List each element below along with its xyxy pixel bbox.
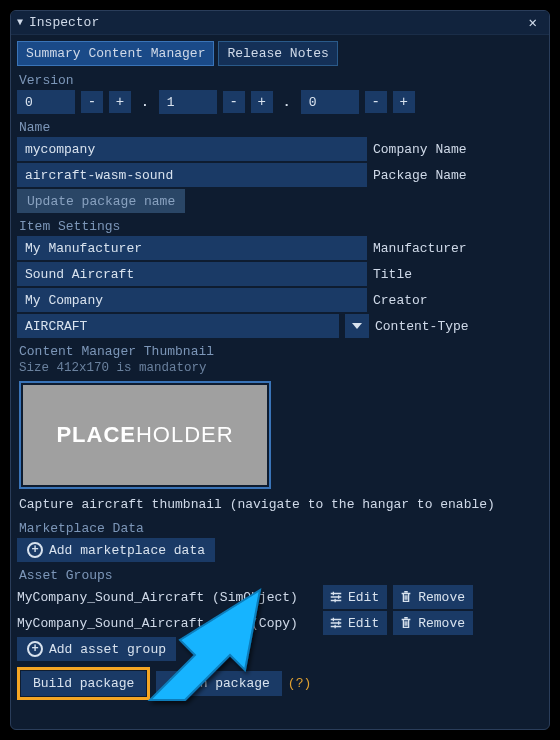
asset-edit-button[interactable]: Edit: [323, 585, 387, 609]
help-link[interactable]: (?): [288, 676, 311, 691]
version-major-plus-button[interactable]: +: [109, 91, 131, 113]
version-separator: .: [279, 95, 295, 110]
sliders-icon: [329, 590, 343, 604]
asset-row: MyCompany_Sound_Aircraft (SimObject) Edi…: [17, 585, 543, 609]
update-package-name-button[interactable]: Update package name: [17, 189, 185, 213]
plus-icon: +: [27, 542, 43, 558]
add-asset-group-button[interactable]: + Add asset group: [17, 637, 176, 661]
manufacturer-input[interactable]: [17, 236, 367, 260]
asset-name: MyCompany_Sound_Aircraft_Data (Copy): [17, 616, 317, 631]
company-name-input[interactable]: [17, 137, 367, 161]
creator-label: Creator: [373, 293, 428, 308]
package-name-input[interactable]: [17, 163, 367, 187]
placeholder-text-thin: HOLDER: [136, 422, 234, 448]
asset-remove-button[interactable]: Remove: [393, 611, 473, 635]
version-major-input[interactable]: [17, 90, 75, 114]
close-icon[interactable]: ✕: [525, 14, 541, 31]
thumbnail-caption: Capture aircraft thumbnail (navigate to …: [17, 495, 543, 518]
add-marketplace-label: Add marketplace data: [49, 543, 205, 558]
title-input[interactable]: [17, 262, 367, 286]
version-separator: .: [137, 95, 153, 110]
sliders-icon: [329, 616, 343, 630]
version-label: Version: [17, 70, 543, 90]
window-title: Inspector: [29, 15, 99, 30]
company-name-label: Company Name: [373, 142, 467, 157]
build-package-highlight: Build package: [17, 667, 150, 700]
asset-edit-button[interactable]: Edit: [323, 611, 387, 635]
content-type-label: Content-Type: [375, 319, 469, 334]
content-type-dropdown-button[interactable]: [345, 314, 369, 338]
item-settings-label: Item Settings: [17, 216, 543, 236]
version-major-minus-button[interactable]: -: [81, 91, 103, 113]
version-minor-plus-button[interactable]: +: [251, 91, 273, 113]
asset-remove-button[interactable]: Remove: [393, 585, 473, 609]
version-minor-input[interactable]: [159, 90, 217, 114]
version-patch-input[interactable]: [301, 90, 359, 114]
creator-input[interactable]: [17, 288, 367, 312]
thumbnail-label: Content Manager Thumbnail: [17, 341, 543, 361]
collapse-icon[interactable]: ▼: [17, 17, 23, 28]
thumbnail-placeholder: PLACEHOLDER: [23, 385, 267, 485]
manufacturer-label: Manufacturer: [373, 241, 467, 256]
thumbnail-frame[interactable]: PLACEHOLDER: [19, 381, 271, 489]
titlebar[interactable]: ▼ Inspector ✕: [11, 11, 549, 35]
add-marketplace-data-button[interactable]: + Add marketplace data: [17, 538, 215, 562]
build-package-button[interactable]: Build package: [21, 671, 146, 696]
inspector-panel: ▼ Inspector ✕ Summary Content Manager Re…: [10, 10, 550, 730]
marketplace-label: Marketplace Data: [17, 518, 543, 538]
package-name-label: Package Name: [373, 168, 467, 183]
add-asset-group-label: Add asset group: [49, 642, 166, 657]
name-label: Name: [17, 117, 543, 137]
asset-name: MyCompany_Sound_Aircraft (SimObject): [17, 590, 317, 605]
version-patch-minus-button[interactable]: -: [365, 91, 387, 113]
trash-icon: [399, 616, 413, 630]
trash-icon: [399, 590, 413, 604]
asset-row: MyCompany_Sound_Aircraft_Data (Copy) Edi…: [17, 611, 543, 635]
title-label: Title: [373, 267, 412, 282]
thumbnail-hint: Size 412x170 is mandatory: [17, 361, 543, 379]
tab-release-notes[interactable]: Release Notes: [218, 41, 337, 66]
plus-icon: +: [27, 641, 43, 657]
tab-summary-content-manager[interactable]: Summary Content Manager: [17, 41, 214, 66]
clean-package-button[interactable]: Clean package: [156, 671, 281, 696]
version-patch-plus-button[interactable]: +: [393, 91, 415, 113]
content-type-input[interactable]: [17, 314, 339, 338]
placeholder-text-bold: PLACE: [56, 422, 136, 448]
chevron-down-icon: [351, 320, 363, 332]
version-minor-minus-button[interactable]: -: [223, 91, 245, 113]
asset-groups-label: Asset Groups: [17, 565, 543, 585]
